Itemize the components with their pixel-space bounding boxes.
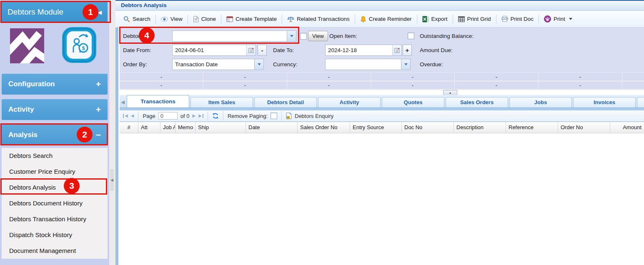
summary-cell: - bbox=[455, 73, 539, 81]
date-from-input[interactable] bbox=[173, 47, 246, 53]
date-to-input[interactable] bbox=[326, 47, 392, 53]
column-header-amount[interactable]: Amount bbox=[610, 122, 644, 133]
splitter-collapse-icon[interactable]: ◀ bbox=[110, 169, 114, 191]
summary-collapse-handle[interactable]: ▲ bbox=[443, 90, 457, 95]
print-grid-button[interactable]: Print Grid bbox=[454, 14, 495, 24]
summary-cell: - bbox=[203, 73, 287, 81]
print-doc-button[interactable]: Print Doc bbox=[498, 14, 538, 24]
related-transactions-button[interactable]: Related Transactions bbox=[283, 14, 353, 24]
sidebar-item-debtors-search[interactable]: Debtors Search bbox=[2, 148, 108, 164]
summary-cell: - bbox=[120, 73, 203, 81]
tab-debtors-detail[interactable]: Debtors Detail bbox=[254, 97, 317, 108]
printer-icon bbox=[501, 16, 508, 22]
column-header-entry-source[interactable]: Entry Source bbox=[350, 122, 402, 133]
date-from-field[interactable] bbox=[172, 45, 256, 56]
page-number-input[interactable] bbox=[158, 112, 178, 120]
calendar-icon bbox=[394, 48, 400, 53]
dropdown-button[interactable] bbox=[254, 59, 263, 70]
debtors-checkbox[interactable] bbox=[300, 33, 307, 40]
tab-quotes[interactable]: Quotes bbox=[382, 97, 444, 108]
currency-label: Currency: bbox=[273, 61, 298, 68]
debtors-module-icon[interactable]: $ bbox=[61, 26, 98, 64]
sidebar-item-debtors-transaction-history[interactable]: Debtors Transaction History bbox=[2, 211, 108, 227]
view-button[interactable]: View bbox=[157, 14, 186, 24]
sidebar-splitter[interactable]: ◀ bbox=[109, 0, 115, 265]
print-menu-button[interactable]: Print bbox=[540, 14, 576, 24]
tab-partial[interactable] bbox=[637, 97, 644, 108]
column-header-job-at[interactable]: Job At bbox=[160, 122, 175, 133]
pager-separator bbox=[281, 111, 282, 120]
tab-scroll-left-icon[interactable]: ◀ bbox=[121, 99, 125, 105]
tab-transactions[interactable]: Transactions bbox=[127, 95, 189, 108]
summary-cell: - bbox=[287, 73, 371, 81]
column-header-memo[interactable]: Memo bbox=[175, 122, 195, 133]
column-header-ship[interactable]: Ship bbox=[195, 122, 246, 133]
remove-paging-checkbox[interactable] bbox=[271, 112, 277, 119]
debtors-combo[interactable] bbox=[172, 30, 296, 42]
create-template-button[interactable]: Create Template bbox=[223, 14, 281, 24]
sidebar-section-configuration[interactable]: Configuration + bbox=[2, 74, 108, 95]
sidebar-item-dispatch-stock-history[interactable]: Dispatch Stock History bbox=[2, 227, 108, 243]
order-by-label: Order By: bbox=[123, 61, 147, 68]
annotation-step-1: 1 bbox=[83, 4, 98, 20]
previous-page-icon[interactable]: ◀ bbox=[131, 114, 134, 118]
sidebar-item-document-management[interactable]: Document Management bbox=[2, 243, 108, 259]
date-from-minus-button[interactable]: - bbox=[258, 45, 267, 56]
next-page-icon[interactable]: ▶ bbox=[192, 114, 195, 118]
toolbar-separator bbox=[417, 15, 417, 24]
open-item-checkbox[interactable] bbox=[408, 32, 414, 39]
tab-activity[interactable]: Activity bbox=[318, 97, 381, 108]
calendar-button[interactable] bbox=[392, 45, 401, 55]
date-from-label: Date From: bbox=[123, 47, 151, 53]
date-to-plus-button[interactable]: + bbox=[403, 45, 412, 56]
last-page-icon[interactable]: ▶ bbox=[198, 114, 203, 118]
column-header-number[interactable]: # bbox=[120, 122, 138, 133]
refresh-icon[interactable] bbox=[212, 112, 219, 119]
sidebar-item-customer-price-enquiry[interactable]: Customer Price Enquiry bbox=[2, 164, 108, 180]
chevron-down-icon bbox=[290, 35, 293, 37]
clone-button[interactable]: Clone bbox=[189, 14, 220, 24]
company-logo-icon[interactable] bbox=[10, 28, 44, 63]
column-header-sales-order-no[interactable]: Sales Order No bbox=[298, 122, 350, 133]
dropdown-button[interactable] bbox=[287, 31, 296, 41]
section-label: Analysis bbox=[8, 131, 38, 139]
date-to-field[interactable] bbox=[325, 45, 402, 56]
tab-invoices[interactable]: Invoices bbox=[573, 97, 636, 108]
panel-left-border bbox=[115, 28, 118, 265]
grid-body-empty[interactable] bbox=[120, 133, 644, 265]
tab-strip: ◀ Transactions Item Sales Debtors Detail… bbox=[120, 95, 644, 108]
summary-totals: - - - - - - - - - - - - bbox=[120, 72, 644, 90]
tab-jobs[interactable]: Jobs bbox=[509, 97, 572, 108]
debtors-enquiry-button[interactable]: Debtors Enquiry bbox=[295, 113, 333, 119]
column-header-order-no[interactable]: Order No bbox=[558, 122, 610, 133]
remove-paging-label: Remove Paging: bbox=[228, 113, 268, 119]
sidebar: Debtors Module ◀ bbox=[0, 0, 109, 265]
currency-combo[interactable] bbox=[325, 59, 411, 70]
collapse-minus-icon[interactable]: − bbox=[96, 130, 101, 140]
column-header-description[interactable]: Description bbox=[454, 122, 506, 133]
view-debtor-button[interactable]: View bbox=[308, 31, 328, 41]
order-by-combo[interactable]: Transaction Date bbox=[172, 59, 264, 70]
create-reminder-button[interactable]: Create Reminder bbox=[356, 14, 416, 24]
export-button[interactable]: Export bbox=[418, 14, 451, 24]
search-button[interactable]: Search bbox=[120, 14, 154, 24]
column-header-doc-no[interactable]: Doc No bbox=[402, 122, 454, 133]
expand-plus-icon[interactable]: + bbox=[96, 79, 101, 89]
sidebar-item-debtors-analysis[interactable]: Debtors Analysis bbox=[2, 180, 108, 195]
sidebar-section-activity[interactable]: Activity + bbox=[2, 99, 108, 120]
dropdown-button[interactable] bbox=[401, 59, 410, 70]
first-page-icon[interactable]: ◀ bbox=[123, 114, 128, 118]
tab-sales-orders[interactable]: Sales Orders bbox=[446, 97, 508, 108]
summary-cell: - bbox=[287, 81, 371, 89]
toolbar-separator bbox=[355, 15, 355, 24]
column-header-date[interactable]: Date bbox=[246, 122, 298, 133]
column-header-att[interactable]: Att bbox=[138, 122, 160, 133]
column-header-reference[interactable]: Reference bbox=[506, 122, 558, 133]
open-item-label: Open Item: bbox=[329, 33, 357, 39]
sidebar-item-debtors-document-history[interactable]: Debtors Document History bbox=[2, 195, 108, 211]
expand-plus-icon[interactable]: + bbox=[96, 105, 101, 115]
summary-row: - - - - - - bbox=[120, 81, 644, 90]
calendar-button[interactable] bbox=[246, 45, 256, 55]
summary-cell: - bbox=[539, 81, 622, 89]
tab-item-sales[interactable]: Item Sales bbox=[190, 97, 253, 108]
